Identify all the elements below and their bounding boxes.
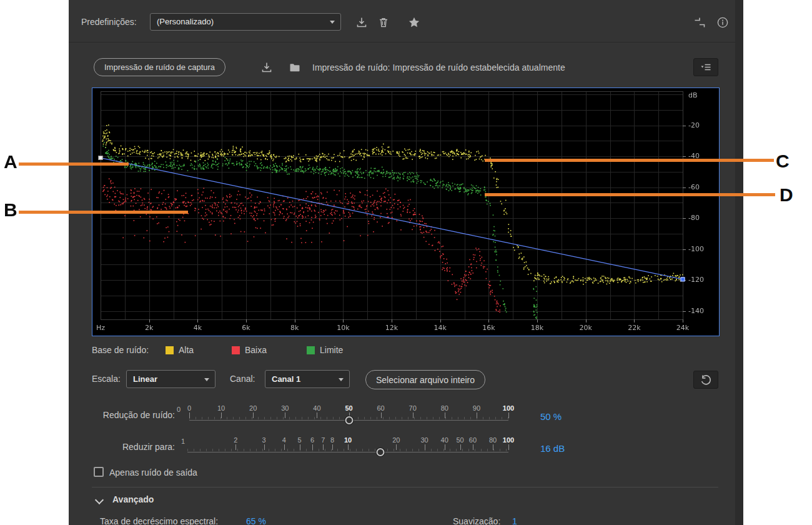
noise-print-menu-button[interactable] (693, 58, 718, 76)
slider-minor-tick (283, 417, 284, 419)
slider-minor-tick (295, 417, 296, 419)
info-button[interactable] (715, 14, 731, 31)
slider-tick-label: 40 (313, 404, 320, 412)
slider-minor-tick (420, 417, 421, 419)
reduce-by-slider[interactable]: 234567810203040506080100 (187, 436, 508, 458)
slider-minor-tick (458, 417, 458, 419)
slider-major-tick (348, 444, 349, 450)
slider-major-tick (312, 444, 313, 450)
output-noise-only-checkbox[interactable] (94, 467, 104, 477)
save-noise-print-button[interactable] (259, 59, 275, 76)
favorite-preset-button[interactable] (406, 14, 422, 31)
legend-swatch-alta (166, 346, 174, 354)
slider-major-tick (253, 412, 254, 418)
slider-minor-tick (395, 417, 396, 419)
spectral-decay-label: Taxa de decréscimo espectral: (100, 516, 218, 525)
slider-minor-tick (227, 417, 227, 419)
slider-major-tick (396, 444, 397, 450)
slider-tick-label: 90 (473, 404, 480, 412)
slider-major-tick (460, 444, 461, 450)
slider-major-tick (221, 412, 222, 418)
slider-tick-label: 80 (489, 436, 497, 444)
slider-major-tick (284, 444, 285, 450)
scrollbar-track[interactable] (735, 0, 743, 525)
slider-minor-tick (383, 417, 384, 419)
slider-minor-tick (339, 417, 340, 419)
slider-tick-label: 20 (249, 404, 257, 412)
slider-track[interactable] (187, 452, 508, 452)
noise-reduction-slider[interactable]: 0102030405060708090100 (189, 404, 508, 426)
advanced-chevron-icon[interactable] (95, 496, 104, 504)
slider-minor-tick (320, 417, 321, 419)
slider-tick-label: 7 (321, 436, 325, 444)
slider-tick-label: 10 (344, 436, 352, 444)
slider-tick-label: 40 (441, 436, 448, 444)
slider-minor-tick (344, 449, 344, 451)
slider-minor-tick (275, 449, 275, 451)
slider-minor-tick (468, 449, 469, 451)
smoothing-value[interactable]: 1 (512, 516, 517, 525)
reset-button[interactable] (693, 371, 718, 389)
slider-major-tick (508, 412, 509, 418)
slider-minor-tick (262, 449, 263, 451)
slider-tick-label: 0 (187, 404, 191, 412)
reduce-by-value-unit: dB (553, 443, 565, 454)
slider-tick-label: 50 (457, 436, 464, 444)
annotation-line-d (485, 193, 775, 196)
annotation-letter-b: B (4, 201, 17, 219)
presets-label: Predefinições: (81, 17, 137, 27)
smoothing-label: Suavização: (453, 516, 500, 525)
delete-preset-button[interactable] (375, 14, 392, 31)
slider-minor-tick (294, 449, 294, 451)
spectral-decay-value[interactable]: 65 % (246, 516, 266, 525)
reduce-by-value: 16 dB (540, 443, 565, 454)
slider-minor-tick (506, 449, 507, 451)
slider-minor-tick (414, 417, 415, 419)
load-noise-print-button[interactable] (287, 59, 303, 76)
slider-major-tick (332, 444, 333, 450)
slider-minor-tick (319, 449, 319, 451)
channel-dropdown[interactable]: Canal 1 (265, 370, 350, 388)
presets-dropdown[interactable]: (Personalizado) (150, 13, 341, 31)
annotation-line-a (19, 162, 129, 166)
routing-button[interactable] (691, 14, 708, 31)
slider-minor-tick (437, 449, 438, 451)
slider-minor-tick (244, 449, 244, 451)
slider-minor-tick (495, 417, 496, 419)
save-preset-button[interactable] (354, 14, 370, 31)
slider-minor-tick (493, 449, 494, 451)
download-icon (260, 61, 273, 74)
star-icon (408, 16, 420, 29)
scale-dropdown[interactable]: Linear (126, 370, 215, 388)
capture-noise-print-button[interactable]: Impressão de ruído de captura (94, 58, 225, 76)
slider-minor-tick (325, 449, 325, 451)
slider-tick-label: 20 (392, 436, 400, 444)
slider-minor-tick (214, 417, 215, 419)
select-entire-file-button[interactable]: Selecionar arquivo inteiro (365, 370, 485, 389)
reduce-by-handle[interactable] (377, 448, 385, 456)
noise-reduction-value-number: 50 (540, 411, 551, 422)
slider-minor-tick (364, 417, 365, 419)
noise-reduction-handle[interactable] (345, 416, 353, 424)
slider-minor-tick (487, 449, 488, 451)
slider-minor-tick (233, 417, 234, 419)
slider-minor-tick (408, 417, 408, 419)
legend-swatch-baixa (232, 346, 240, 354)
slider-minor-tick (456, 449, 457, 451)
slider-minor-tick (400, 449, 400, 451)
folder-icon (289, 61, 301, 74)
save-icon (355, 16, 368, 29)
slider-minor-tick (289, 417, 290, 419)
slider-minor-tick (389, 417, 390, 419)
slider-minor-tick (277, 417, 277, 419)
slider-minor-tick (250, 449, 250, 451)
slider-major-tick (264, 444, 265, 450)
slider-major-tick (317, 412, 317, 418)
header-divider (69, 42, 743, 42)
slider-minor-tick (206, 449, 207, 451)
output-noise-only-label: Apenas ruído de saída (109, 468, 197, 478)
advanced-section-header[interactable]: Avançado (112, 494, 154, 504)
slider-tick-label: 80 (441, 404, 448, 412)
slider-minor-tick (358, 417, 359, 419)
legend-swatch-limite (307, 346, 315, 354)
